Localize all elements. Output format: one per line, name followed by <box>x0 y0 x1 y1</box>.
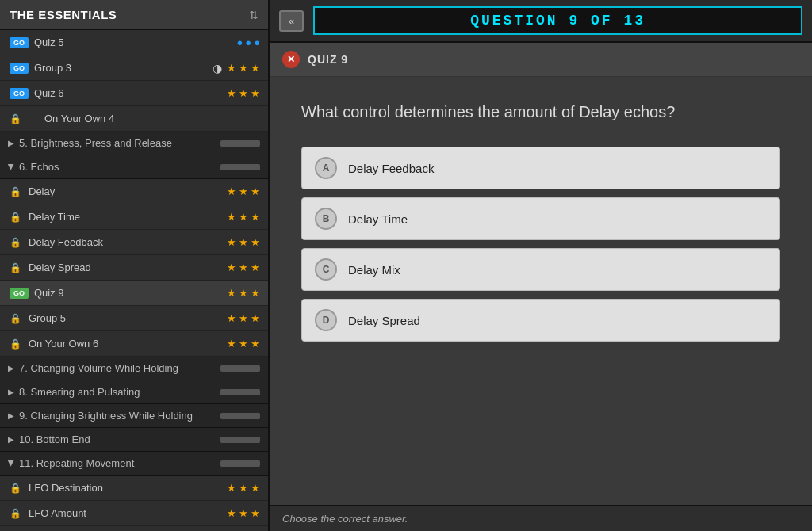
progress-bar <box>220 365 260 372</box>
sidebar-section-11[interactable]: ▶ 11. Repeating Movement <box>0 452 268 476</box>
sidebar-section-6[interactable]: ▶ 6. Echos <box>0 155 268 179</box>
quiz-header: ✕ QUIZ 9 <box>270 43 812 77</box>
sidebar-item-lfo-wave[interactable]: 🔒 LFO Waveform ★ ★ ★ <box>0 526 268 531</box>
question-text: What control determines the amount of De… <box>301 101 780 123</box>
sidebar-item-quiz5[interactable]: GO Quiz 5 ● ● ● <box>0 30 268 55</box>
star-3: ★ <box>251 211 260 223</box>
star-1: ★ <box>227 312 236 324</box>
sidebar-item-delay-spread[interactable]: 🔒 Delay Spread ★ ★ ★ <box>0 255 268 281</box>
section-title: 7. Changing Volume While Holding <box>19 362 217 374</box>
star-1: ★ <box>227 62 236 74</box>
section-title: 5. Brightness, Press and Release <box>19 137 217 149</box>
lock-icon: 🔒 <box>10 212 22 223</box>
option-text-b: Delay Time <box>348 212 408 226</box>
item-label: On Your Own 6 <box>29 338 227 350</box>
star-1: ★ <box>227 211 236 223</box>
option-text-d: Delay Spread <box>348 314 420 327</box>
progress-bar <box>220 437 260 443</box>
answer-option-c[interactable]: C Delay Mix <box>301 248 780 291</box>
sidebar-section-8[interactable]: ▶ 8. Smearing and Pulsating <box>0 380 268 404</box>
star-3: ★ <box>251 338 260 350</box>
lock-icon: 🔒 <box>10 483 22 494</box>
back-button[interactable]: « <box>279 10 304 32</box>
star-2: ★ <box>239 482 248 494</box>
arrow-right-icon: ▶ <box>8 411 14 420</box>
top-bar: « QUESTION 9 OF 13 <box>270 0 812 43</box>
star-2: ★ <box>239 262 248 273</box>
item-label: Group 3 <box>34 62 213 74</box>
item-label: Delay Time <box>29 211 227 223</box>
lock-icon: 🔒 <box>10 508 22 519</box>
quiz-close-button[interactable]: ✕ <box>282 51 300 68</box>
sidebar-item-quiz9[interactable]: GO Quiz 9 ★ ★ ★ <box>0 281 268 306</box>
sidebar-item-own6[interactable]: 🔒 On Your Own 6 ★ ★ ★ <box>0 331 268 357</box>
go-badge: GO <box>10 37 29 48</box>
item-label: Delay <box>29 185 227 197</box>
star-3: ★ <box>251 287 260 299</box>
lock-icon: 🔒 <box>10 113 22 124</box>
option-circle-b: B <box>315 208 337 230</box>
star-3: ★ <box>251 87 260 99</box>
go-badge-active: GO <box>10 288 29 299</box>
star-1: ★ <box>227 507 236 519</box>
sidebar-item-group5[interactable]: 🔒 Group 5 ★ ★ ★ <box>0 306 268 331</box>
stars: ★ ★ ★ <box>227 211 260 223</box>
star-3: ★ <box>251 62 260 74</box>
go-badge: GO <box>10 88 29 99</box>
sidebar-item-quiz6[interactable]: GO Quiz 6 ★ ★ ★ <box>0 81 268 106</box>
section-title: 9. Changing Brightness While Holding <box>19 410 217 422</box>
star-1: ● <box>236 36 243 48</box>
sidebar-item-delay-feedback[interactable]: 🔒 Delay Feedback ★ ★ ★ <box>0 230 268 255</box>
answer-option-d[interactable]: D Delay Spread <box>301 299 780 342</box>
item-label: Quiz 6 <box>34 87 227 99</box>
star-1: ★ <box>227 338 236 350</box>
star-2: ★ <box>239 185 248 197</box>
answer-option-a[interactable]: A Delay Feedback <box>301 147 780 189</box>
item-label: Quiz 9 <box>34 287 227 299</box>
quiz-footer: Choose the correct answer. <box>270 505 812 531</box>
star-3: ★ <box>251 507 260 519</box>
sidebar-section-5[interactable]: ▶ 5. Brightness, Press and Release <box>0 132 268 155</box>
sidebar-item-lfo-dest[interactable]: 🔒 LFO Destination ★ ★ ★ <box>0 476 268 501</box>
option-circle-a: A <box>315 157 337 179</box>
progress-bar <box>220 460 260 467</box>
sidebar: THE ESSENTIALS ⇅ GO Quiz 5 ● ● ● GO Grou… <box>0 0 270 531</box>
sidebar-item-lfo-amount[interactable]: 🔒 LFO Amount ★ ★ ★ <box>0 501 268 526</box>
star-2: ★ <box>239 211 248 223</box>
star-3: ★ <box>251 482 260 494</box>
star-1: ★ <box>227 482 236 494</box>
section-title: 11. Repeating Movement <box>19 457 217 469</box>
sidebar-section-10[interactable]: ▶ 10. Bottom End <box>0 428 268 452</box>
arrow-right-icon: ▶ <box>8 139 14 147</box>
footer-hint: Choose the correct answer. <box>282 513 408 525</box>
arrow-right-icon: ▶ <box>8 388 14 396</box>
stars: ★ ★ ★ <box>227 482 260 494</box>
sidebar-item-own4[interactable]: 🔒 On Your Own 4 <box>0 106 268 132</box>
item-label: Delay Spread <box>29 262 227 273</box>
lock-icon: 🔒 <box>10 338 22 350</box>
star-3: ★ <box>251 236 260 248</box>
sidebar-item-delay-time[interactable]: 🔒 Delay Time ★ ★ ★ <box>0 204 268 230</box>
star-3: ★ <box>251 185 260 197</box>
answer-option-b[interactable]: B Delay Time <box>301 197 780 240</box>
sidebar-section-9[interactable]: ▶ 9. Changing Brightness While Holding <box>0 404 268 428</box>
stars: ★ ★ ★ <box>227 262 260 273</box>
item-label: Delay Feedback <box>29 236 227 248</box>
star-2: ★ <box>239 236 248 248</box>
section-title: 10. Bottom End <box>19 434 217 445</box>
option-circle-c: C <box>315 258 337 281</box>
star-2: ★ <box>239 87 248 99</box>
sidebar-item-group3[interactable]: GO Group 3 ◑ ★ ★ ★ <box>0 55 268 81</box>
sidebar-header[interactable]: THE ESSENTIALS ⇅ <box>0 0 268 30</box>
star-2: ★ <box>239 287 248 299</box>
sidebar-section-7[interactable]: ▶ 7. Changing Volume While Holding <box>0 357 268 380</box>
section-title: 8. Smearing and Pulsating <box>19 386 217 398</box>
star-3: ★ <box>251 312 260 324</box>
option-text-a: Delay Feedback <box>348 162 434 175</box>
sidebar-sort-icon[interactable]: ⇅ <box>249 9 259 21</box>
lock-icon: 🔒 <box>10 313 22 324</box>
sidebar-item-delay[interactable]: 🔒 Delay ★ ★ ★ <box>0 179 268 204</box>
item-label: LFO Destination <box>29 482 227 494</box>
option-text-c: Delay Mix <box>348 263 400 277</box>
sidebar-title: THE ESSENTIALS <box>10 8 117 21</box>
